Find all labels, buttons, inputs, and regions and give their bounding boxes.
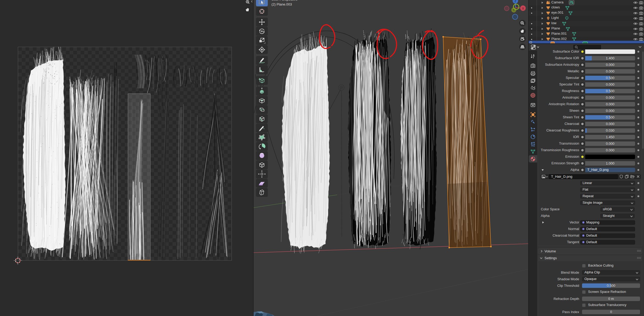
- svg-text:Z: Z: [515, 0, 516, 3]
- svg-text:X: X: [522, 7, 524, 10]
